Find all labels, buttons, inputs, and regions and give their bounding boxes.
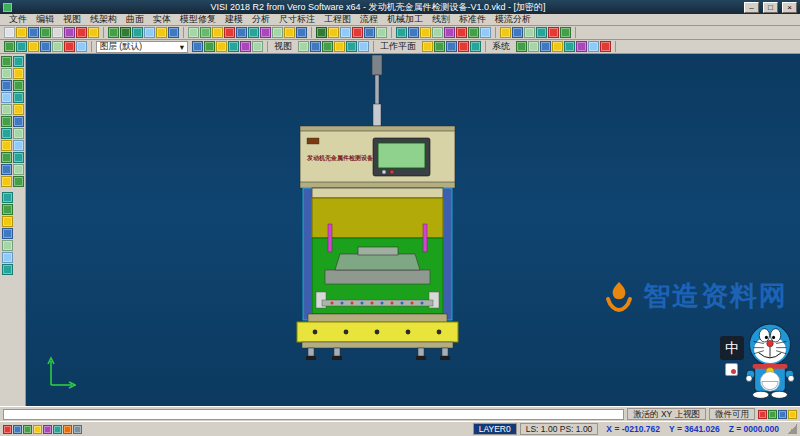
toolbar-icon[interactable] <box>552 41 563 52</box>
toolbar-icon[interactable] <box>2 204 13 215</box>
toolbar-icon[interactable] <box>188 27 199 38</box>
menu-item[interactable]: 机械加工 <box>383 13 427 26</box>
toolbar-icon[interactable] <box>156 27 167 38</box>
toolbar-icon[interactable] <box>296 27 307 38</box>
toolbar-icon[interactable] <box>3 425 12 434</box>
toolbar-icon[interactable] <box>212 27 223 38</box>
menu-item[interactable]: 工程图 <box>320 13 355 26</box>
toolbar-icon[interactable] <box>132 27 143 38</box>
layer-indicator[interactable]: LAYER0 <box>473 423 517 435</box>
menu-item[interactable]: 文件 <box>5 13 31 26</box>
toolbar-icon[interactable] <box>13 164 24 175</box>
toolbar-icon[interactable] <box>200 27 211 38</box>
toolbar-icon[interactable] <box>2 228 13 239</box>
menu-item[interactable]: 模型修复 <box>176 13 220 26</box>
toolbar-icon[interactable] <box>334 41 345 52</box>
menu-item[interactable]: 视图 <box>59 13 85 26</box>
toolbar-icon[interactable] <box>432 27 443 38</box>
toolbar-icon[interactable] <box>588 41 599 52</box>
toolbar-icon[interactable] <box>1 176 12 187</box>
toolbar-icon[interactable] <box>216 41 227 52</box>
layer-combo[interactable]: 图层 (默认) ▾ <box>96 41 188 53</box>
toolbar-icon[interactable] <box>4 27 15 38</box>
toolbar-icon[interactable] <box>340 27 351 38</box>
menu-item[interactable]: 线割 <box>428 13 454 26</box>
toolbar-icon[interactable] <box>88 27 99 38</box>
menu-item[interactable]: 分析 <box>248 13 274 26</box>
toolbar-icon[interactable] <box>228 41 239 52</box>
toolbar-icon[interactable] <box>13 56 24 67</box>
toolbar-icon[interactable] <box>364 27 375 38</box>
resize-grip[interactable] <box>787 424 797 434</box>
toolbar-icon[interactable] <box>13 128 24 139</box>
menu-item[interactable]: 编辑 <box>32 13 58 26</box>
toolbar-icon[interactable] <box>446 41 457 52</box>
toolbar-icon[interactable] <box>480 27 491 38</box>
toolbar-icon[interactable] <box>240 41 251 52</box>
menu-item[interactable]: 实体 <box>149 13 175 26</box>
toolbar-icon[interactable] <box>13 425 22 434</box>
toolbar-icon[interactable] <box>168 27 179 38</box>
toolbar-icon[interactable] <box>1 80 12 91</box>
toolbar-icon[interactable] <box>4 41 15 52</box>
toolbar-icon[interactable] <box>444 27 455 38</box>
toolbar-icon[interactable] <box>1 56 12 67</box>
toolbar-icon[interactable] <box>434 41 445 52</box>
menu-item[interactable]: 线架构 <box>86 13 121 26</box>
toolbar-icon[interactable] <box>576 41 587 52</box>
toolbar-icon[interactable] <box>16 41 27 52</box>
toolbar-icon[interactable] <box>63 425 72 434</box>
toolbar-icon[interactable] <box>28 27 39 38</box>
toolbar-icon[interactable] <box>1 92 12 103</box>
toolbar-icon[interactable] <box>352 27 363 38</box>
toolbar-icon[interactable] <box>64 27 75 38</box>
menu-item[interactable]: 建模 <box>221 13 247 26</box>
toolbar-icon[interactable] <box>1 68 12 79</box>
toolbar-icon[interactable] <box>16 27 27 38</box>
toolbar-icon[interactable] <box>64 41 75 52</box>
toolbar-icon[interactable] <box>396 27 407 38</box>
toolbar-icon[interactable] <box>540 41 551 52</box>
toolbar-icon[interactable] <box>13 92 24 103</box>
toolbar-icon[interactable] <box>192 41 203 52</box>
toolbar-icon[interactable] <box>1 164 12 175</box>
toolbar-icon[interactable] <box>13 152 24 163</box>
toolbar-icon[interactable] <box>108 27 119 38</box>
toolbar-icon[interactable] <box>73 425 82 434</box>
toolbar-icon[interactable] <box>2 264 13 275</box>
toolbar-icon[interactable] <box>564 41 575 52</box>
toolbar-icon[interactable] <box>768 410 777 419</box>
menu-item[interactable]: 标准件 <box>455 13 490 26</box>
toolbar-icon[interactable] <box>548 27 559 38</box>
close-button[interactable]: × <box>782 2 797 13</box>
viewport[interactable]: 发动机壳金属件检测设备 <box>26 54 800 406</box>
toolbar-icon[interactable] <box>53 425 62 434</box>
toolbar-icon[interactable] <box>52 27 63 38</box>
toolbar-icon[interactable] <box>376 27 387 38</box>
toolbar-icon[interactable] <box>13 116 24 127</box>
minimize-button[interactable]: – <box>744 2 759 13</box>
toolbar-icon[interactable] <box>52 41 63 52</box>
toolbar-icon[interactable] <box>1 140 12 151</box>
toolbar-icon[interactable] <box>1 128 12 139</box>
toolbar-icon[interactable] <box>1 116 12 127</box>
toolbar-icon[interactable] <box>236 27 247 38</box>
toolbar-icon[interactable] <box>1 104 12 115</box>
toolbar-icon[interactable] <box>13 140 24 151</box>
toolbar-icon[interactable] <box>516 41 527 52</box>
toolbar-icon[interactable] <box>2 252 13 263</box>
toolbar-icon[interactable] <box>600 41 611 52</box>
toolbar-icon[interactable] <box>2 240 13 251</box>
menu-item[interactable]: 曲面 <box>122 13 148 26</box>
toolbar-icon[interactable] <box>560 27 571 38</box>
toolbar-icon[interactable] <box>788 410 797 419</box>
toolbar-icon[interactable] <box>33 425 42 434</box>
toolbar-icon[interactable] <box>468 27 479 38</box>
toolbar-icon[interactable] <box>13 176 24 187</box>
toolbar-icon[interactable] <box>470 41 481 52</box>
menu-item[interactable]: 流程 <box>356 13 382 26</box>
toolbar-icon[interactable] <box>272 27 283 38</box>
toolbar-icon[interactable] <box>512 27 523 38</box>
toolbar-icon[interactable] <box>358 41 369 52</box>
command-input[interactable] <box>3 409 624 420</box>
